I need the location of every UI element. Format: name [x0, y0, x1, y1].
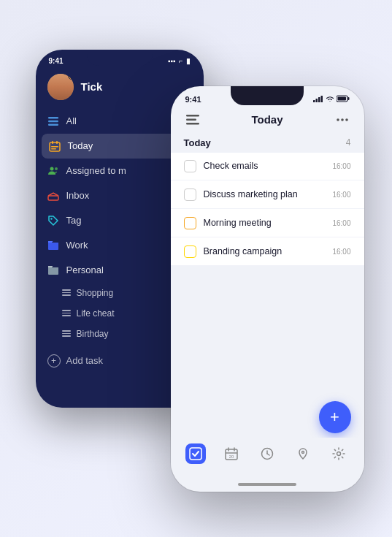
task-item-3[interactable]: Morning meeting 16:00 [171, 210, 364, 237]
sub-item-label-lifecheat: Life cheat [77, 308, 115, 319]
wifi-icon: ⌐ [179, 57, 183, 65]
svg-point-34 [302, 451, 304, 453]
svg-rect-10 [48, 196, 58, 200]
front-phone: 9:41 [171, 86, 364, 492]
svg-point-22 [337, 118, 339, 121]
svg-point-24 [345, 118, 348, 121]
svg-rect-6 [51, 146, 58, 148]
nav-label-all: All [66, 115, 77, 126]
task-name-2: Discuss marketing plan [204, 189, 326, 199]
avatar [47, 74, 74, 100]
phones-container: 9:41 ▪▪▪ ⌐ ▮ Tick [21, 28, 372, 510]
tab-bar: 20 [171, 438, 364, 470]
svg-point-9 [55, 167, 58, 170]
section-title: Today [184, 137, 211, 148]
hamburger-shopping-icon [62, 289, 71, 296]
back-notch [87, 50, 153, 66]
tab-clock[interactable] [257, 443, 277, 464]
task-name-4: Branding campaign [204, 246, 326, 256]
svg-rect-14 [318, 97, 320, 102]
svg-point-8 [50, 167, 53, 170]
home-indicator [238, 483, 296, 486]
svg-rect-0 [48, 117, 58, 119]
svg-rect-17 [347, 97, 349, 100]
menu-icon[interactable] [184, 111, 201, 129]
svg-rect-15 [320, 96, 323, 102]
hamburger-lifecheat-icon [62, 310, 71, 316]
tab-location[interactable] [293, 443, 313, 464]
task-time-2: 16:00 [332, 190, 350, 199]
user-name: Tick [81, 80, 103, 93]
section-count: 4 [346, 137, 351, 148]
nav-label-personal: Personal [66, 264, 104, 275]
svg-rect-18 [337, 96, 346, 100]
svg-point-23 [341, 118, 344, 121]
nav-label-inbox: Inbox [66, 190, 90, 201]
folder-personal-icon [47, 264, 59, 276]
back-status-icons: ▪▪▪ ⌐ ▮ [168, 57, 190, 65]
svg-rect-12 [313, 100, 315, 102]
task-checkbox-4[interactable] [184, 245, 196, 258]
battery-icon: ▮ [186, 57, 191, 65]
list-icon [47, 115, 59, 127]
back-time: 9:41 [49, 57, 64, 65]
tab-tasks[interactable] [185, 443, 206, 464]
avatar-badge [68, 74, 74, 80]
front-battery [337, 95, 350, 104]
svg-rect-7 [51, 148, 56, 150]
front-wifi-icon [326, 95, 334, 104]
front-status-icons [313, 95, 350, 104]
section-header: Today 4 [171, 134, 364, 153]
svg-point-35 [337, 452, 341, 455]
people-icon [47, 165, 59, 177]
svg-rect-2 [48, 123, 58, 126]
tag-icon [47, 215, 59, 226]
hamburger-birthday-icon [62, 330, 71, 337]
task-item-2[interactable]: Discuss marketing plan 16:00 [171, 181, 364, 209]
task-checkbox-3[interactable] [184, 217, 196, 229]
nav-label-today: Today [68, 140, 93, 151]
signal-icon: ▪▪▪ [168, 57, 176, 65]
task-checkbox-2[interactable] [184, 188, 196, 201]
svg-text:20: 20 [229, 454, 234, 459]
nav-label-work: Work [66, 240, 88, 251]
plus-icon: + [47, 354, 61, 367]
front-signal-icon [313, 95, 323, 104]
sub-item-label-shopping: Shopping [77, 288, 114, 298]
task-time-3: 16:00 [332, 218, 350, 228]
sub-item-label-birthday: Birthday [77, 329, 109, 339]
tasks-list: Check emails 16:00 Discuss marketing pla… [171, 153, 364, 266]
inbox-icon [47, 190, 59, 202]
svg-rect-21 [186, 123, 199, 125]
svg-rect-5 [56, 141, 58, 144]
task-time-4: 16:00 [332, 247, 350, 256]
folder-work-icon [47, 240, 59, 251]
front-notch [231, 86, 304, 105]
svg-rect-4 [52, 141, 53, 144]
fab-add-button[interactable]: + [319, 401, 351, 433]
svg-point-11 [50, 218, 52, 219]
svg-rect-1 [48, 120, 58, 122]
page-title: Today [201, 113, 334, 126]
front-time: 9:41 [185, 95, 201, 104]
task-item-1[interactable]: Check emails 16:00 [171, 153, 364, 180]
nav-label-assigned: Assigned to m [66, 165, 126, 176]
tab-settings[interactable] [328, 443, 349, 464]
svg-line-33 [267, 454, 269, 455]
task-name-1: Check emails [204, 161, 326, 171]
task-time-1: 16:00 [332, 161, 350, 171]
front-header: Today [171, 107, 364, 134]
svg-rect-13 [315, 99, 318, 102]
more-options-icon[interactable] [334, 111, 351, 129]
svg-rect-19 [186, 115, 199, 117]
svg-rect-25 [190, 448, 201, 460]
fab-plus-icon: + [330, 408, 339, 427]
nav-label-tag: Tag [66, 215, 82, 226]
task-item-4[interactable]: Branding campaign 16:00 [171, 238, 364, 266]
calendar-icon [49, 140, 61, 152]
task-name-3: Morning meeting [204, 218, 326, 228]
tab-calendar[interactable]: 20 [221, 443, 242, 464]
svg-rect-20 [186, 118, 196, 121]
add-task-label: Add task [66, 355, 104, 366]
task-checkbox-1[interactable] [184, 160, 196, 172]
